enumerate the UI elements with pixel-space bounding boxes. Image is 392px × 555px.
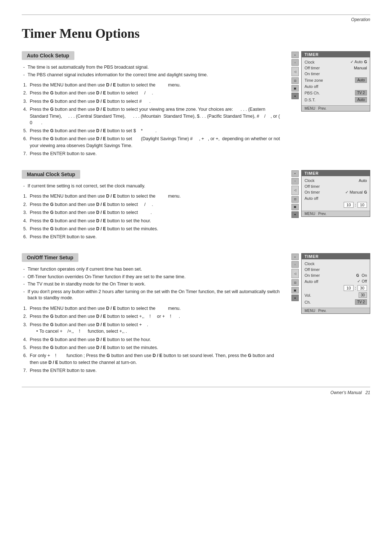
onoff-timer-bullets: Timer function operates only if current … [22, 266, 282, 301]
g-icon-clock: G [364, 60, 367, 64]
menu-row-dst: D.S.T. Auto [305, 96, 367, 103]
onoff-bullet-1: Timer function operates only if current … [23, 266, 282, 273]
footer-text: Owner's Manual [330, 390, 362, 395]
vol-box: 30 [359, 292, 367, 298]
manual-clock-step-5: Press the G button and then use D / E bu… [23, 226, 282, 232]
onoff-timer-steps: Press the MENU button and then use D / E… [22, 305, 282, 374]
manual-menu-row-clock: Clock Auto [305, 178, 367, 183]
bottom-rule [22, 387, 370, 387]
menu-label-offtimer: Off timer [305, 66, 320, 70]
dst-btn: Auto [355, 97, 367, 102]
auto-clock-step-2: Press the G button and then use D / E bu… [23, 90, 282, 96]
onoff-step-5: Press the G button and then use D / E bu… [23, 344, 282, 351]
onoff-menu-row-clock: Clock [305, 261, 367, 267]
key-d-e-4: D / E [96, 107, 106, 112]
auto-clock-step-7: Press the ENTER button to save. [23, 150, 282, 157]
menu-label-ontimer: On timer [305, 72, 320, 76]
timezone-btn: Auto [355, 77, 367, 83]
onoff-step-2: Press the G button and then use D / E bu… [23, 313, 282, 320]
ch-btn: TV 2 [355, 299, 367, 305]
tv-icon-6: ● [291, 93, 299, 99]
tv-icon-5: ▣ [291, 85, 299, 92]
menu-value-clock: ✓ Auto G [350, 60, 367, 64]
manual-clock-step-3: Press the G button and then use D / E bu… [23, 209, 282, 216]
auto-clock-step-1: Press the MENU button and then use D / E… [23, 82, 282, 88]
key-g-o4: G [50, 337, 53, 342]
key-d-e-3: D / E [96, 99, 106, 104]
key-d-e-o6: D / E [152, 353, 162, 358]
auto-clock-menu-title: TIMER [302, 52, 370, 57]
key-g-3: G [50, 99, 53, 104]
onoff-time-sep: : [355, 286, 356, 290]
menu-row-ontimer: On timer [305, 71, 367, 77]
onoff-menu-label-autooff: Auto off [305, 279, 318, 284]
manual-menu-row-offtimer: Off timer [305, 183, 367, 189]
manual-clock-step-2: Press the G button and then use D / E bu… [23, 201, 282, 208]
onoff-menu-footer: MENU Prev. [302, 308, 370, 313]
onoff-menu-value-autooff: ✓ Off [357, 279, 367, 284]
footer-page: 21 [366, 390, 370, 395]
page-title: Timer Menu Options [22, 26, 370, 41]
tv-icon-o5: ▣ [291, 287, 299, 293]
manual-time-min: 10 [358, 202, 367, 208]
key-g-m5: G [50, 226, 53, 231]
manual-clock-menu-footer: MENU Prev. [302, 211, 370, 216]
pbsch-btn: TV 2 [355, 90, 367, 96]
checkmark-clock: ✓ Auto [350, 60, 363, 64]
onoff-time-min: 30 [358, 285, 367, 291]
key-d-e-o1: D / E [106, 306, 116, 311]
key-g-o6b: G [248, 353, 251, 358]
onoff-menu-row-vol: Vol. 30 [305, 292, 367, 299]
top-rule [22, 15, 370, 15]
manual-menu-row-time: 10 : 10 [305, 201, 367, 208]
onoff-menu-label-ontimer: On timer [305, 273, 320, 278]
onoff-timer-heading: On/Off Timer Setup [22, 253, 78, 262]
onoff-bullet-4: If you don't press any button within 2 h… [23, 289, 282, 301]
manual-clock-menu-body: Clock Auto Off timer On timer ✓ Manual G [302, 176, 370, 211]
menu-row-timezone: Time zone Auto [305, 77, 367, 84]
key-d-e-m5: D / E [96, 226, 106, 231]
onoff-menu-row-time: 10 : 30 [305, 284, 367, 292]
onoff-timer-image-wrapper: ▪ ▫ ◁ ⊡ ▣ ● TIMER Clock Of [290, 253, 370, 376]
manual-menu-value-clock: Auto [359, 178, 367, 183]
onoff-menu-row-autooff: Auto off ✓ Off [305, 278, 367, 284]
key-d-e-m3: D / E [96, 210, 106, 215]
key-g-o6: G [107, 353, 110, 358]
key-g-o3: G [50, 322, 53, 327]
tv-icon-m1: ▪ [291, 170, 299, 177]
manual-clock-bullets: If current time setting is not correct, … [22, 183, 282, 190]
manual-clock-content: Manual Clock Setup If current time setti… [22, 170, 282, 243]
auto-clock-step-4: Press the G button and then use D / E bu… [23, 106, 282, 126]
tv-icon-3: ◁ [291, 67, 299, 76]
menu-row-clock: Clock ✓ Auto G [305, 59, 367, 65]
key-g-5: G [50, 128, 53, 133]
onoff-step-1: Press the MENU button and then use D / E… [23, 305, 282, 312]
auto-clock-step-6: Press the G button and then use D / E bu… [23, 135, 282, 149]
auto-clock-content: Auto Clock Setup The time is set automat… [22, 51, 282, 159]
tv-icon-o3: ◁ [291, 269, 299, 278]
auto-clock-bullets: The time is set automatically from the P… [22, 64, 282, 78]
tv-icon-m3: ◁ [291, 186, 299, 195]
onoff-step-4: Press the G button and then use D / E bu… [23, 336, 282, 343]
auto-clock-step-3: Press the G button and then use D / E bu… [23, 98, 282, 105]
onoff-bullet-3: The TV must be in standby mode for the O… [23, 281, 282, 288]
tv-icon-m5: ▣ [291, 204, 299, 210]
footer-label: Owner's Manual 21 [22, 390, 370, 395]
onoff-menu-row-ontimer: On timer G On [305, 272, 367, 278]
key-d-e-1: D / E [106, 82, 116, 88]
tv-icon-4: ⊡ [291, 77, 299, 84]
manual-menu-row-autooff: Auto off [305, 195, 367, 201]
key-d-e-m4: D / E [96, 218, 106, 223]
manual-clock-tv-menu: ▪ ▫ ◁ ⊡ ▣ ● TIMER Clock Auto [301, 170, 370, 217]
manual-clock-step-1: Press the MENU button and then use D / E… [23, 193, 282, 199]
onoff-menu-label-vol: Vol. [305, 293, 311, 297]
onoff-subbullet: To cancel + /+,, ! function, select +,, … [30, 329, 127, 334]
key-d-e-m1: D / E [106, 194, 116, 199]
onoff-menu-row-offtimer: Off timer [305, 267, 367, 272]
manual-menu-label-autooff: Auto off [305, 196, 318, 200]
menu-label-pbsch: PBS Ch. [305, 91, 320, 95]
manual-menu-label-clock: Clock [305, 178, 315, 183]
onoff-menu-value-time: 10 : 30 [344, 285, 367, 291]
auto-clock-menu-footer: MENU Prev. [302, 105, 370, 111]
manual-clock-heading: Manual Clock Setup [22, 170, 80, 179]
